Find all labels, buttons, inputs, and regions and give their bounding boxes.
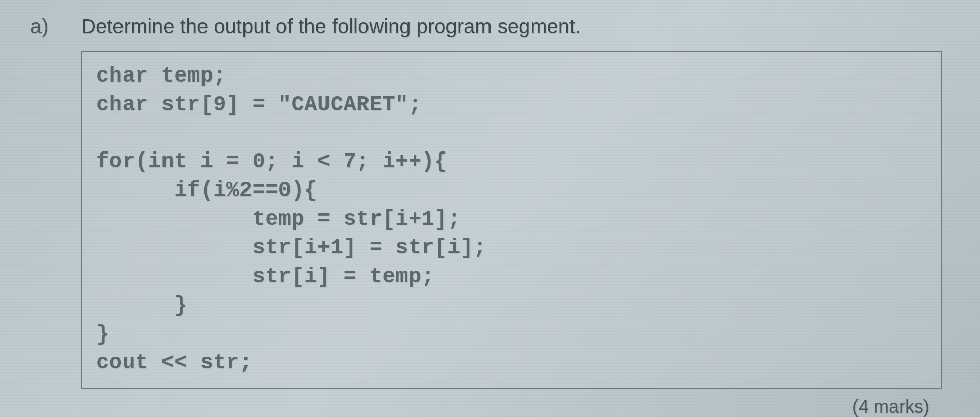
code-container: char temp; char str[9] = "CAUCARET"; for… bbox=[81, 51, 950, 389]
code-line-9: } bbox=[96, 320, 926, 349]
code-line-2 bbox=[96, 119, 926, 147]
marks-label: (4 marks) bbox=[30, 396, 929, 417]
question-text: Determine the output of the following pr… bbox=[81, 15, 950, 38]
code-line-7: str[i] = temp; bbox=[96, 262, 926, 291]
code-line-10: cout << str; bbox=[96, 349, 926, 377]
code-box: char temp; char str[9] = "CAUCARET"; for… bbox=[81, 51, 942, 389]
question-row: a) Determine the output of the following… bbox=[30, 15, 950, 38]
code-line-1: char str[9] = "CAUCARET"; bbox=[96, 91, 926, 120]
code-line-6: str[i+1] = str[i]; bbox=[96, 234, 926, 262]
code-line-4: if(i%2==0){ bbox=[96, 176, 926, 205]
code-line-3: for(int i = 0; i < 7; i++){ bbox=[96, 147, 926, 176]
code-line-8: } bbox=[96, 291, 926, 320]
code-line-5: temp = str[i+1]; bbox=[96, 205, 926, 234]
code-line-0: char temp; bbox=[96, 62, 926, 91]
question-label: a) bbox=[30, 15, 81, 38]
